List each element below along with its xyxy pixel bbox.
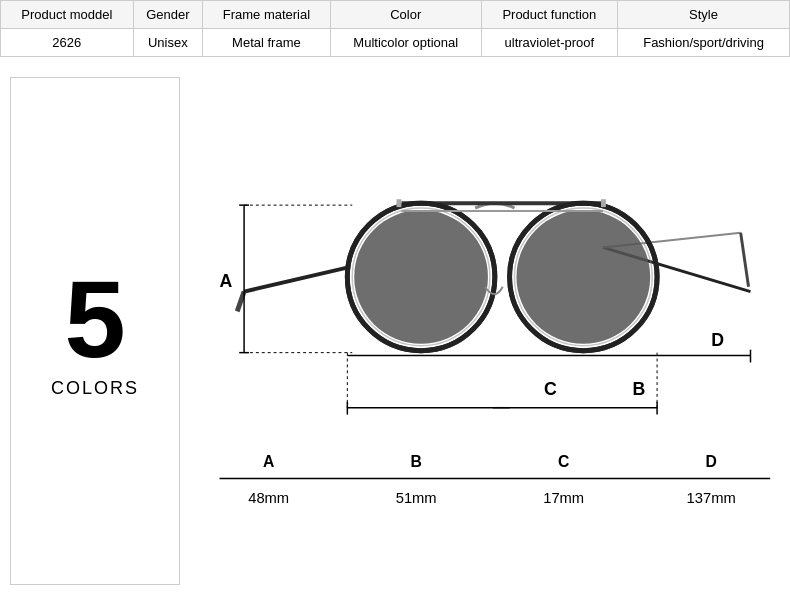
- svg-text:D: D: [711, 330, 724, 350]
- svg-line-2: [741, 233, 749, 287]
- svg-text:48mm: 48mm: [248, 490, 289, 506]
- svg-text:A: A: [220, 271, 233, 291]
- svg-text:51mm: 51mm: [396, 490, 437, 506]
- diagram-panel: A B C: [190, 77, 780, 585]
- svg-text:C: C: [558, 453, 569, 470]
- svg-point-7: [516, 210, 650, 344]
- value-col-color: Multicolor optional: [330, 29, 481, 57]
- svg-text:137mm: 137mm: [687, 490, 736, 506]
- header-col-frame-material: Frame material: [203, 1, 331, 29]
- value-col-style: Fashion/sport/driving: [618, 29, 790, 57]
- colors-panel: 5 COLORS: [10, 77, 180, 585]
- svg-text:B: B: [410, 453, 421, 470]
- svg-text:17mm: 17mm: [543, 490, 584, 506]
- header-col-style: Style: [618, 1, 790, 29]
- colors-label: COLORS: [51, 378, 139, 399]
- main-content: 5 COLORS: [0, 57, 790, 605]
- svg-text:A: A: [263, 453, 274, 470]
- header-col-product-function: Product function: [481, 1, 617, 29]
- svg-point-6: [354, 210, 488, 344]
- svg-rect-13: [601, 199, 606, 207]
- svg-text:B: B: [633, 379, 646, 399]
- svg-rect-12: [397, 199, 402, 207]
- header-col-product-moddel: Product moddel: [1, 1, 134, 29]
- svg-text:D: D: [705, 453, 716, 470]
- value-col-product-function: ultraviolet-proof: [481, 29, 617, 57]
- svg-text:C: C: [544, 379, 557, 399]
- svg-line-16: [237, 292, 244, 312]
- glasses-diagram: A B C: [190, 77, 780, 585]
- value-col-frame-material: Metal frame: [203, 29, 331, 57]
- colors-number: 5: [64, 264, 125, 374]
- header-col-color: Color: [330, 1, 481, 29]
- value-col-product-moddel: 2626: [1, 29, 134, 57]
- product-spec-table: Product moddelGenderFrame materialColorP…: [0, 0, 790, 57]
- svg-line-15: [244, 267, 349, 292]
- header-col-gender: Gender: [133, 1, 202, 29]
- value-col-gender: Unisex: [133, 29, 202, 57]
